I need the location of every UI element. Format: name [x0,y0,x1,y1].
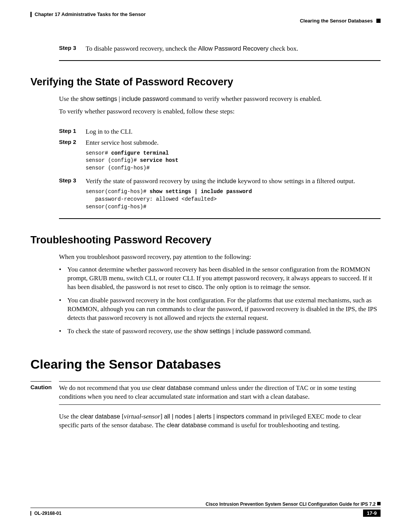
step-label: Step 1 [59,128,86,136]
section-header: Clearing the Sensor Databases [30,18,381,24]
bullet-icon: • [59,265,67,292]
intro-para: Use the show settings | include password… [59,95,381,104]
bullet-list: • You cannot determine whether password … [59,265,381,336]
heading-verifying: Verifying the State of Password Recovery [30,76,381,88]
caution-text: We do not recommend that you use clear d… [59,384,381,401]
footer-doc-id: OL-29168-01 [30,511,61,516]
step-text: Enter service host submode. [86,139,381,147]
list-item: • You cannot determine whether password … [59,265,381,292]
step-label: Step 3 [59,177,86,186]
heading-troubleshooting: Troubleshooting Password Recovery [30,234,381,246]
intro-para: When you troubleshoot password recovery,… [59,253,381,262]
vbar-icon [30,511,31,516]
list-item: • To check the state of password recover… [59,327,381,336]
bullet-icon: • [59,296,67,323]
page-footer: Cisco Intrusion Prevention System Sensor… [30,502,381,517]
top-step-block: Step 3 To disable password recovery, unc… [59,45,381,53]
header-bar-icon [30,12,32,17]
step-text: To disable password recovery, uncheck th… [86,45,381,53]
step-text: Log in to the CLI. [86,128,381,136]
page-header: Chapter 17 Administrative Tasks for the … [30,11,381,24]
step-label: Step 3 [59,45,86,53]
bullet-icon: • [59,327,67,336]
divider [59,218,381,219]
chapter-label: Chapter 17 Administrative Tasks for the … [35,11,146,17]
square-icon [376,19,381,23]
code-block: sensor# configure terminal sensor (confi… [86,150,381,172]
footer-title: Cisco Intrusion Prevention System Sensor… [30,502,381,508]
step-text: Verify the state of password recovery by… [86,177,381,186]
divider [59,60,381,61]
heading-clearing: Clearing the Sensor Databases [30,357,381,372]
caution-label: Caution [30,384,59,401]
body-para: Use the clear database [virtual-sensor] … [59,412,381,430]
steps-block: Step 1 Log in to the CLI. Step 2 Enter s… [59,128,381,211]
page-number: 17-9 [363,510,381,517]
code-block: sensor(config-hos)# show settings | incl… [86,188,381,211]
caution-block: Caution We do not recommend that you use… [30,381,381,405]
step-label: Step 2 [59,139,86,147]
square-icon [377,502,381,505]
section-header-text: Clearing the Sensor Databases [300,18,373,24]
list-item: • You can disable password recovery in t… [59,296,381,323]
intro-para-2: To verify whether password recovery is e… [59,107,381,116]
